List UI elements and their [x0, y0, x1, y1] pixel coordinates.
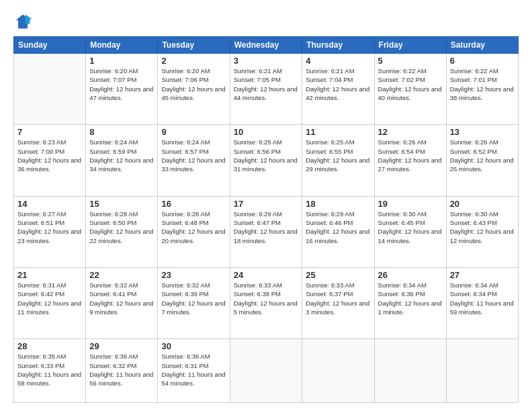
day-number: 18	[306, 199, 370, 209]
day-info: Sunrise: 6:32 AMSunset: 6:41 PMDaylight:…	[89, 281, 154, 316]
calendar-cell: 17Sunrise: 6:29 AMSunset: 6:47 PMDayligh…	[230, 196, 302, 267]
weekday-header-monday: Monday	[86, 37, 158, 54]
weekday-header-friday: Friday	[374, 37, 446, 54]
calendar-cell: 5Sunrise: 6:22 AMSunset: 7:02 PMDaylight…	[374, 54, 446, 125]
day-number: 26	[378, 270, 443, 280]
calendar-cell: 25Sunrise: 6:33 AMSunset: 6:37 PMDayligh…	[302, 268, 374, 339]
day-number: 6	[450, 56, 515, 66]
weekday-header-wednesday: Wednesday	[230, 37, 302, 54]
day-number: 10	[234, 127, 299, 137]
day-info: Sunrise: 6:25 AMSunset: 6:56 PMDaylight:…	[234, 138, 299, 173]
weekday-header-row: SundayMondayTuesdayWednesdayThursdayFrid…	[14, 37, 519, 54]
day-info: Sunrise: 6:20 AMSunset: 7:06 PMDaylight:…	[161, 66, 226, 102]
calendar-cell: 11Sunrise: 6:25 AMSunset: 6:55 PMDayligh…	[302, 125, 374, 196]
day-number: 2	[161, 56, 226, 66]
day-number: 12	[378, 127, 443, 137]
calendar-cell: 26Sunrise: 6:34 AMSunset: 6:36 PMDayligh…	[374, 268, 446, 339]
calendar-cell: 13Sunrise: 6:26 AMSunset: 6:52 PMDayligh…	[446, 125, 518, 196]
calendar-cell: 6Sunrise: 6:22 AMSunset: 7:01 PMDaylight…	[446, 54, 518, 125]
day-info: Sunrise: 6:33 AMSunset: 6:37 PMDaylight:…	[306, 281, 370, 316]
day-number: 29	[89, 341, 154, 351]
day-number: 8	[89, 127, 154, 137]
week-row-3: 14Sunrise: 6:27 AMSunset: 6:51 PMDayligh…	[14, 196, 519, 267]
day-number: 3	[234, 56, 299, 66]
calendar: SundayMondayTuesdayWednesdayThursdayFrid…	[13, 36, 519, 403]
calendar-cell: 7Sunrise: 6:23 AMSunset: 7:00 PMDaylight…	[14, 125, 86, 196]
week-row-4: 21Sunrise: 6:31 AMSunset: 6:42 PMDayligh…	[14, 268, 519, 339]
calendar-cell: 1Sunrise: 6:20 AMSunset: 7:07 PMDaylight…	[86, 54, 158, 125]
calendar-cell	[230, 339, 302, 403]
day-info: Sunrise: 6:25 AMSunset: 6:55 PMDaylight:…	[306, 138, 370, 173]
logo-icon	[13, 12, 32, 31]
calendar-cell: 24Sunrise: 6:33 AMSunset: 6:38 PMDayligh…	[230, 268, 302, 339]
day-number: 11	[306, 127, 370, 137]
calendar-cell: 10Sunrise: 6:25 AMSunset: 6:56 PMDayligh…	[230, 125, 302, 196]
day-number: 1	[89, 56, 154, 66]
weekday-header-saturday: Saturday	[446, 37, 518, 54]
calendar-cell	[14, 54, 86, 125]
calendar-cell: 16Sunrise: 6:28 AMSunset: 6:48 PMDayligh…	[158, 196, 230, 267]
day-info: Sunrise: 6:29 AMSunset: 6:47 PMDaylight:…	[234, 210, 299, 245]
day-info: Sunrise: 6:33 AMSunset: 6:38 PMDaylight:…	[234, 281, 299, 316]
calendar-cell: 15Sunrise: 6:28 AMSunset: 6:50 PMDayligh…	[86, 196, 158, 267]
day-number: 22	[89, 270, 154, 280]
day-info: Sunrise: 6:23 AMSunset: 7:00 PMDaylight:…	[17, 138, 82, 173]
calendar-cell	[446, 339, 518, 403]
day-info: Sunrise: 6:26 AMSunset: 6:54 PMDaylight:…	[378, 138, 443, 173]
day-number: 27	[450, 270, 515, 280]
day-info: Sunrise: 6:31 AMSunset: 6:42 PMDaylight:…	[17, 281, 82, 316]
calendar-cell	[302, 339, 374, 403]
calendar-cell: 14Sunrise: 6:27 AMSunset: 6:51 PMDayligh…	[14, 196, 86, 267]
day-info: Sunrise: 6:24 AMSunset: 6:59 PMDaylight:…	[89, 138, 154, 173]
logo	[13, 12, 35, 31]
weekday-header-tuesday: Tuesday	[158, 37, 230, 54]
day-number: 14	[17, 199, 82, 209]
day-info: Sunrise: 6:29 AMSunset: 6:46 PMDaylight:…	[306, 210, 370, 245]
day-number: 5	[378, 56, 443, 66]
day-info: Sunrise: 6:35 AMSunset: 6:33 PMDaylight:…	[17, 352, 82, 387]
calendar-cell: 28Sunrise: 6:35 AMSunset: 6:33 PMDayligh…	[14, 339, 86, 403]
day-number: 25	[306, 270, 370, 280]
week-row-1: 1Sunrise: 6:20 AMSunset: 7:07 PMDaylight…	[14, 54, 519, 125]
day-info: Sunrise: 6:27 AMSunset: 6:51 PMDaylight:…	[17, 210, 82, 245]
day-number: 20	[450, 199, 515, 209]
day-number: 30	[161, 341, 226, 351]
calendar-cell: 23Sunrise: 6:32 AMSunset: 6:39 PMDayligh…	[158, 268, 230, 339]
calendar-cell: 30Sunrise: 6:36 AMSunset: 6:31 PMDayligh…	[158, 339, 230, 403]
day-info: Sunrise: 6:30 AMSunset: 6:43 PMDaylight:…	[450, 210, 515, 245]
calendar-cell: 19Sunrise: 6:30 AMSunset: 6:45 PMDayligh…	[374, 196, 446, 267]
calendar-cell: 27Sunrise: 6:34 AMSunset: 6:34 PMDayligh…	[446, 268, 518, 339]
day-info: Sunrise: 6:22 AMSunset: 7:02 PMDaylight:…	[378, 66, 443, 102]
day-info: Sunrise: 6:30 AMSunset: 6:45 PMDaylight:…	[378, 210, 443, 245]
header	[13, 12, 519, 31]
calendar-cell: 18Sunrise: 6:29 AMSunset: 6:46 PMDayligh…	[302, 196, 374, 267]
day-number: 19	[378, 199, 443, 209]
day-info: Sunrise: 6:21 AMSunset: 7:05 PMDaylight:…	[234, 66, 299, 102]
calendar-cell: 4Sunrise: 6:21 AMSunset: 7:04 PMDaylight…	[302, 54, 374, 125]
day-info: Sunrise: 6:28 AMSunset: 6:48 PMDaylight:…	[161, 210, 226, 245]
week-row-2: 7Sunrise: 6:23 AMSunset: 7:00 PMDaylight…	[14, 125, 519, 196]
day-number: 4	[306, 56, 370, 66]
day-info: Sunrise: 6:28 AMSunset: 6:50 PMDaylight:…	[89, 210, 154, 245]
day-info: Sunrise: 6:26 AMSunset: 6:52 PMDaylight:…	[450, 138, 515, 173]
day-info: Sunrise: 6:34 AMSunset: 6:36 PMDaylight:…	[378, 281, 443, 316]
day-info: Sunrise: 6:36 AMSunset: 6:31 PMDaylight:…	[161, 352, 226, 387]
day-info: Sunrise: 6:20 AMSunset: 7:07 PMDaylight:…	[89, 66, 154, 102]
weekday-header-thursday: Thursday	[302, 37, 374, 54]
day-number: 28	[17, 341, 82, 351]
day-number: 23	[161, 270, 226, 280]
calendar-cell: 22Sunrise: 6:32 AMSunset: 6:41 PMDayligh…	[86, 268, 158, 339]
day-number: 13	[450, 127, 515, 137]
day-info: Sunrise: 6:22 AMSunset: 7:01 PMDaylight:…	[450, 66, 515, 102]
week-row-5: 28Sunrise: 6:35 AMSunset: 6:33 PMDayligh…	[14, 339, 519, 403]
calendar-cell: 12Sunrise: 6:26 AMSunset: 6:54 PMDayligh…	[374, 125, 446, 196]
weekday-header-sunday: Sunday	[14, 37, 86, 54]
page: SundayMondayTuesdayWednesdayThursdayFrid…	[0, 0, 532, 411]
day-number: 16	[161, 199, 226, 209]
day-info: Sunrise: 6:21 AMSunset: 7:04 PMDaylight:…	[306, 66, 370, 102]
day-number: 24	[234, 270, 299, 280]
day-number: 17	[234, 199, 299, 209]
day-number: 21	[17, 270, 82, 280]
day-info: Sunrise: 6:34 AMSunset: 6:34 PMDaylight:…	[450, 281, 515, 316]
calendar-cell: 21Sunrise: 6:31 AMSunset: 6:42 PMDayligh…	[14, 268, 86, 339]
